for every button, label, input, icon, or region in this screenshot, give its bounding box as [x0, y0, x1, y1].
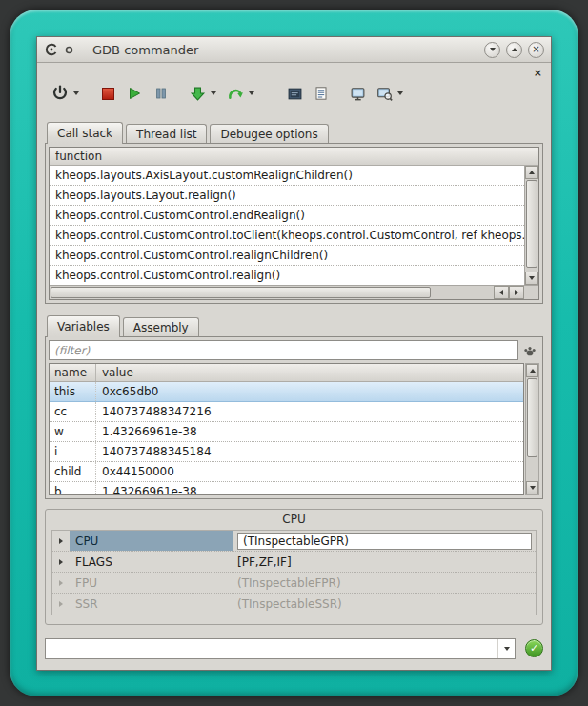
monitor-icon: [350, 86, 366, 102]
scrollbar-track[interactable]: [50, 286, 494, 299]
step-over-menu-arrow[interactable]: [247, 81, 256, 106]
power-menu-arrow[interactable]: [71, 81, 81, 106]
tab-assembly[interactable]: Assembly: [123, 317, 199, 336]
scroll-left-button[interactable]: [494, 286, 509, 299]
pause-button[interactable]: [150, 81, 172, 106]
expander-icon[interactable]: [52, 573, 70, 593]
callstack-tabs: Call stackThread listDebugee options: [45, 122, 543, 143]
scroll-up-button[interactable]: [525, 166, 538, 179]
arrow-left-icon: [499, 290, 503, 295]
variables-tabs: VariablesAssembly: [45, 315, 543, 336]
chevron-down-icon: [73, 91, 79, 95]
variable-row[interactable]: this0xc65db0: [50, 382, 523, 402]
window-title: GDB commander: [92, 43, 478, 57]
variable-value: 140737488345184: [96, 442, 523, 461]
variable-row[interactable]: b1.43266961e-38: [50, 482, 523, 495]
tab-debugee-options[interactable]: Debugee options: [210, 124, 328, 143]
cpu-row-name: FLAGS: [70, 552, 233, 572]
callstack-row[interactable]: kheops.layouts.Layout.realign(): [50, 186, 524, 206]
app-icon: [44, 42, 59, 57]
chevron-up-icon: [512, 48, 517, 51]
curved-arrow-icon: [227, 85, 244, 102]
arrow-down-icon: [529, 276, 535, 280]
command-input[interactable]: [46, 639, 497, 658]
callstack-row[interactable]: kheops.control.CustomControl.realignChil…: [50, 246, 524, 266]
close-button[interactable]: ×: [528, 42, 544, 58]
scroll-up-button[interactable]: [526, 364, 538, 377]
callstack-vertical-scrollbar[interactable]: [524, 166, 538, 285]
tab-thread-list[interactable]: Thread list: [126, 124, 207, 143]
inspect-menu-arrow[interactable]: [395, 81, 405, 106]
messages-button[interactable]: [283, 81, 306, 106]
monitor-search-icon: [376, 86, 393, 102]
variable-name: this: [50, 382, 96, 401]
callstack-row[interactable]: kheops.control.CustomControl.toClient(kh…: [50, 226, 524, 246]
variable-name: cc: [50, 402, 96, 421]
callstack-column-header: function: [50, 148, 538, 166]
column-header-value: value: [96, 364, 523, 381]
cpu-row[interactable]: CPU(TInspectableGPR): [52, 531, 536, 552]
chevron-down-icon: [397, 91, 403, 95]
callstack-row[interactable]: kheops.layouts.AxisLayout.customRealignC…: [50, 166, 524, 186]
cpu-value-field[interactable]: (TInspectableGPR): [237, 533, 532, 550]
panel-close-icon[interactable]: ×: [534, 68, 542, 78]
expander-icon[interactable]: [52, 531, 70, 551]
minimize-button[interactable]: [484, 42, 500, 58]
callstack-row[interactable]: kheops.control.CustomControl.realign(): [50, 266, 524, 285]
maximize-button[interactable]: [506, 42, 522, 58]
arrow-right-icon: [515, 290, 518, 295]
scrollbar-track[interactable]: [525, 179, 538, 272]
callstack-row[interactable]: kheops.control.CustomControl.endRealign(…: [50, 206, 524, 226]
scrollbar-track[interactable]: [526, 377, 538, 481]
step-menu-arrow[interactable]: [209, 81, 218, 106]
list-button[interactable]: [310, 81, 333, 106]
variable-row[interactable]: cc140737488347216: [50, 402, 523, 422]
scroll-down-button[interactable]: [526, 481, 538, 494]
arrow-up-icon: [530, 369, 536, 373]
combo-dropdown-button[interactable]: [497, 639, 515, 658]
variables-vertical-scrollbar[interactable]: [525, 363, 539, 495]
cpu-groupbox: CPU CPU(TInspectableGPR)FLAGS[PF,ZF,IF]F…: [45, 509, 543, 625]
play-icon: [127, 86, 142, 101]
inspect-button[interactable]: [373, 81, 395, 106]
scroll-down-button[interactable]: [525, 272, 538, 285]
power-button[interactable]: [49, 81, 71, 106]
chevron-down-icon: [490, 48, 496, 51]
horizontal-scrollbar-thumb[interactable]: [51, 287, 431, 298]
step-button[interactable]: [186, 81, 209, 106]
cpu-row[interactable]: SSR(TInspectableSSR): [52, 594, 536, 615]
stop-button[interactable]: [96, 81, 119, 106]
cpu-row[interactable]: FLAGS[PF,ZF,IF]: [52, 552, 536, 573]
expander-icon[interactable]: [52, 552, 70, 572]
execute-button[interactable]: ✓: [525, 639, 543, 657]
titlebar[interactable]: GDB commander ×: [37, 37, 551, 63]
variable-row[interactable]: i140737488345184: [50, 442, 523, 462]
command-combobox[interactable]: [45, 638, 516, 659]
paw-icon: [522, 343, 537, 358]
display-button[interactable]: [346, 81, 369, 106]
power-icon: [51, 85, 69, 102]
variables-rows: this0xc65db0cc140737488347216w1.43266961…: [50, 382, 523, 495]
scroll-right-button[interactable]: [509, 286, 524, 299]
variables-table-wrap: name value this0xc65db0cc140737488347216…: [49, 363, 539, 495]
cpu-row[interactable]: FPU(TInspectableFPR): [52, 573, 536, 594]
cpu-row-value: (TInspectableFPR): [233, 573, 536, 593]
variable-row[interactable]: child0x44150000: [50, 462, 523, 482]
run-button[interactable]: [123, 81, 146, 106]
column-header-name: name: [50, 364, 96, 381]
vertical-scrollbar-thumb[interactable]: [527, 378, 537, 457]
cpu-row-value[interactable]: (TInspectableGPR): [233, 531, 536, 551]
variables-table: name value this0xc65db0cc140737488347216…: [49, 363, 524, 495]
tab-call-stack[interactable]: Call stack: [47, 122, 123, 144]
expander-icon[interactable]: [52, 594, 70, 615]
step-over-button[interactable]: [224, 81, 247, 106]
chevron-down-icon: [211, 91, 216, 95]
cpu-row-value: [PF,ZF,IF]: [233, 552, 536, 572]
variable-row[interactable]: w1.43266961e-38: [50, 422, 523, 442]
tab-variables[interactable]: Variables: [47, 315, 120, 337]
document-lines-icon: [314, 86, 329, 101]
filter-input[interactable]: [49, 340, 518, 360]
callstack-horizontal-scrollbar[interactable]: [50, 285, 538, 299]
vertical-scrollbar-thumb[interactable]: [526, 180, 537, 268]
filter-tool-button[interactable]: [520, 341, 539, 360]
